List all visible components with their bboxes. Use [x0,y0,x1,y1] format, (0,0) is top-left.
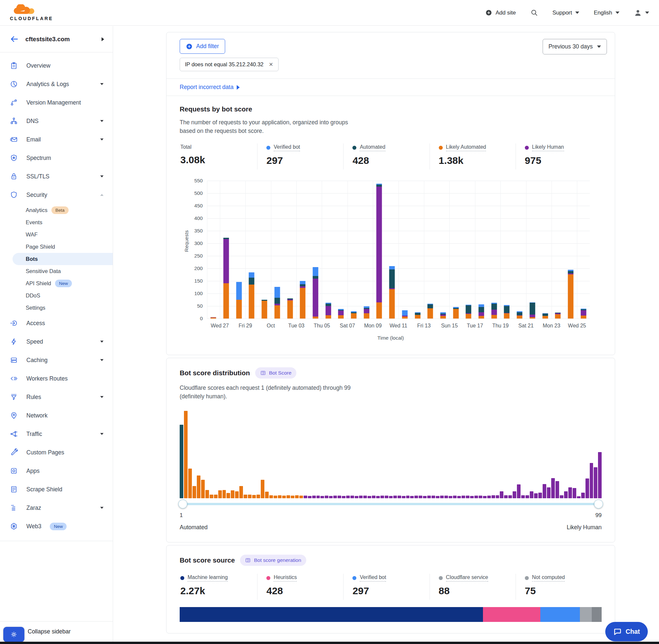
sidebar-subitem-page-shield[interactable]: Page Shield [0,241,113,253]
gear-button[interactable] [3,627,24,642]
histogram-bar[interactable] [487,496,491,498]
histogram-bar[interactable] [393,496,397,498]
sidebar-subitem-ddos[interactable]: DDoS [0,290,113,302]
histogram-bar[interactable] [214,495,217,498]
sidebar-item-caching[interactable]: Caching [0,351,113,369]
stacked-bar[interactable] [363,306,369,318]
histogram-bar[interactable] [483,496,487,498]
add-site-button[interactable]: Add site [485,9,516,16]
histogram-bar[interactable] [274,496,277,498]
stacked-bar[interactable] [274,287,280,319]
stacked-bar[interactable] [300,281,306,318]
histogram-bar[interactable] [598,452,602,498]
histogram-bar[interactable] [513,491,516,498]
add-filter-button[interactable]: Add filter [180,39,225,54]
histogram-bar[interactable] [415,496,418,498]
stacked-bar[interactable] [223,238,229,319]
histogram-bar[interactable] [406,496,410,498]
histogram-bar[interactable] [316,496,320,498]
histogram-bar[interactable] [321,496,324,498]
sidebar-item-web3[interactable]: Web3New [0,517,113,535]
histogram-bar[interactable] [218,490,222,498]
histogram-bar[interactable] [530,491,534,498]
stacked-bar[interactable] [453,307,458,318]
histogram-bar[interactable] [453,496,456,498]
histogram-bar[interactable] [180,425,183,498]
histogram-bar[interactable] [521,495,525,498]
histogram-bar[interactable] [299,496,303,498]
sidebar-subitem-settings[interactable]: Settings [0,302,113,314]
histogram-bar[interactable] [312,496,316,498]
sidebar-item-access[interactable]: Access [0,314,113,332]
histogram-bar[interactable] [462,496,465,498]
histogram-bar[interactable] [444,496,448,498]
histogram-bar[interactable] [564,491,568,498]
histogram-bar[interactable] [350,496,354,498]
histogram-bar[interactable] [436,496,440,498]
sidebar-subitem-sensitive-data[interactable]: Sensitive Data [0,265,113,277]
histogram-bar[interactable] [239,486,243,498]
sidebar-subitem-waf[interactable]: WAF [0,229,113,241]
histogram-bar[interactable] [244,495,247,498]
sidebar-item-overview[interactable]: Overview [0,56,113,75]
sidebar-item-traffic[interactable]: Traffic [0,425,113,443]
histogram-bar[interactable] [590,463,593,498]
histogram-bar[interactable] [457,496,461,498]
histogram-bar[interactable] [337,496,341,498]
histogram-bar[interactable] [466,496,469,498]
histogram-bar[interactable] [278,495,282,498]
histogram-bar[interactable] [556,481,559,498]
histogram-bar[interactable] [372,496,376,498]
stacked-bar[interactable] [491,303,497,319]
histogram-bar[interactable] [410,496,414,498]
sidebar-subitem-analytics[interactable]: AnalyticsBeta [0,204,113,216]
sidebar-item-spectrum[interactable]: Spectrum [0,149,113,167]
stacked-bar[interactable] [504,305,510,319]
histogram-bar[interactable] [231,490,234,498]
sidebar-item-dns[interactable]: DNS [0,112,113,130]
histogram-bar[interactable] [192,486,196,498]
histogram-bar[interactable] [257,495,260,498]
histogram-bar[interactable] [248,495,252,498]
histogram-bar[interactable] [474,496,478,498]
stacked-bar[interactable] [338,309,344,318]
histogram-bar[interactable] [431,496,435,498]
histogram-bar[interactable] [295,495,299,498]
sidebar-subitem-bots[interactable]: Bots [13,253,113,265]
histogram-bar[interactable] [496,495,499,498]
histogram-bar[interactable] [342,496,346,498]
histogram-bar[interactable] [291,496,295,498]
search-icon[interactable] [531,9,538,17]
histogram-bar[interactable] [560,495,563,498]
stacked-bar[interactable] [376,184,382,319]
sidebar-item-custom-pages[interactable]: Custom Pages [0,443,113,462]
histogram-bar[interactable] [398,496,401,498]
histogram-bar[interactable] [235,491,239,498]
histogram-bar[interactable] [547,487,550,498]
sidebar-item-zaraz[interactable]: Zaraz [0,499,113,517]
chat-button[interactable]: Chat [605,622,648,641]
slider-handle-min[interactable] [178,500,187,508]
histogram-bar[interactable] [577,496,581,498]
histogram-bar[interactable] [525,495,529,498]
histogram-bar[interactable] [380,496,384,498]
histogram-bar[interactable] [385,496,389,498]
histogram-bar[interactable] [308,496,311,498]
histogram-bar[interactable] [269,495,273,498]
histogram-bar[interactable] [470,496,474,498]
sidebar-item-speed[interactable]: Speed [0,332,113,351]
histogram-bar[interactable] [389,496,393,498]
histogram-bar[interactable] [329,496,333,498]
histogram-bar[interactable] [543,484,546,498]
histogram-bar[interactable] [355,496,358,498]
sidebar-item-version-management[interactable]: Version Management [0,93,113,112]
sidebar-item-analytics-logs[interactable]: Analytics & Logs [0,75,113,93]
sidebar-item-network[interactable]: Network [0,406,113,425]
cloudflare-logo[interactable]: CLOUDFLARE [10,4,53,21]
stacked-bar[interactable] [211,317,216,319]
stacked-bar[interactable] [389,266,395,318]
stacked-bar[interactable] [325,303,331,318]
histogram-bar[interactable] [252,495,256,498]
stacked-bar[interactable] [479,304,484,319]
filter-chip[interactable]: IP does not equal 35.212.240.32 ✕ [180,58,279,71]
